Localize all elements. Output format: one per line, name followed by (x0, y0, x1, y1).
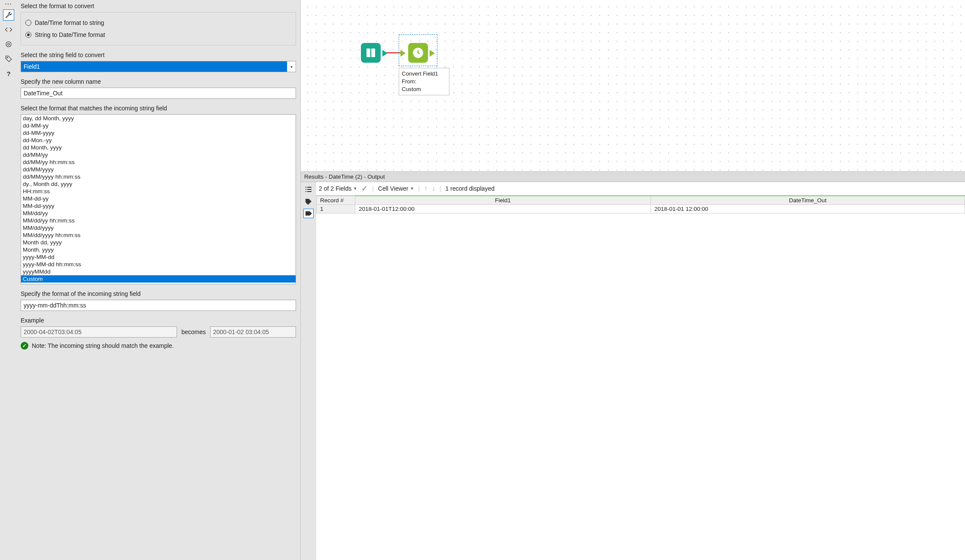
format-note: Note: The incoming string should match t… (32, 342, 174, 349)
drag-handle-icon: ••• (5, 3, 12, 6)
radio-label: String to Date/Time format (35, 31, 105, 38)
output-anchor-icon[interactable] (430, 50, 435, 57)
format-item[interactable]: yyyyMMdd (21, 268, 296, 275)
clock-icon (412, 46, 424, 59)
chevron-down-icon: ▼ (353, 186, 357, 191)
example-input-value (21, 326, 177, 338)
format-item[interactable]: MM/dd/yy (21, 210, 296, 217)
radio-label: Date/Time format to string (35, 19, 104, 26)
datetime-node-annotation[interactable]: Convert Field1 From: Custom (399, 68, 449, 95)
string-field-value: Field1 (23, 63, 41, 70)
format-item[interactable]: dd/MM/yyyy (21, 166, 296, 173)
results-grid[interactable]: Record # Field1 DateTime_Out 12018-01-01… (316, 195, 965, 213)
tag-view-icon[interactable] (303, 197, 314, 206)
configuration-panel: Select the format to convert Date/Time f… (17, 0, 301, 560)
results-toolbar: 2 of 2 Fields ▼ ✓ | Cell Viewer ▼ | ↑ ↓ … (316, 182, 965, 195)
svg-point-3 (373, 50, 374, 52)
datetime-tool-node[interactable] (408, 43, 428, 63)
code-icon[interactable] (3, 24, 14, 35)
convert-direction-radio-group: Date/Time format to string String to Dat… (21, 12, 296, 46)
format-item[interactable]: dd-MM-yyyy (21, 129, 296, 137)
cell-datetimeout: 2018-01-01 12:00:00 (651, 205, 965, 213)
format-list-label: Select the format that matches the incom… (21, 105, 296, 112)
radio-group-title: Select the format to convert (21, 3, 296, 9)
format-item[interactable]: Custom (21, 275, 296, 283)
format-item[interactable]: yyyy-MM-dd hh:mm:ss (21, 261, 296, 268)
cell-viewer-label: Cell Viewer (378, 185, 409, 192)
example-label: Example (21, 317, 296, 324)
text-input-tool-node[interactable] (361, 43, 381, 63)
cell-field1: 2018-01-01T12:00:00 (355, 205, 651, 213)
format-item[interactable]: day, dd Month, yyyy (21, 115, 296, 122)
output-anchor-icon[interactable] (382, 50, 388, 57)
radio-datetime-to-string[interactable]: Date/Time format to string (25, 17, 291, 29)
svg-point-0 (6, 42, 11, 47)
sort-desc-icon[interactable]: ↓ (432, 185, 435, 192)
results-side-toolbar (301, 182, 316, 560)
format-item[interactable]: dd Month, yyyy (21, 144, 296, 151)
custom-format-label: Specify the format of the incoming strin… (21, 290, 296, 297)
format-item[interactable]: dd/MM/yy hh:mm:ss (21, 158, 296, 166)
radio-icon (25, 20, 31, 26)
annotation-line: From: (402, 78, 446, 85)
wrench-icon[interactable] (3, 9, 14, 21)
svg-point-1 (8, 43, 10, 46)
format-item[interactable]: Month dd, yyyy (21, 239, 296, 246)
config-side-toolbar: ••• ? (0, 0, 17, 560)
annotation-line: Custom (402, 85, 446, 93)
output-view-icon[interactable] (303, 209, 314, 218)
svg-point-5 (373, 55, 374, 56)
sort-asc-icon[interactable]: ↑ (424, 185, 428, 192)
cell-recnum: 1 (317, 205, 355, 213)
format-item[interactable]: Month, yyyy (21, 246, 296, 253)
target-icon[interactable] (3, 39, 14, 50)
input-anchor-icon[interactable] (400, 50, 406, 57)
custom-format-input[interactable] (21, 300, 296, 311)
format-item[interactable]: yyyy-MM-dd (21, 253, 296, 261)
chevron-down-icon: ▼ (410, 186, 414, 191)
format-item[interactable]: MM/dd/yyyy hh:mm:ss (21, 231, 296, 239)
annotation-line: Convert Field1 (402, 70, 446, 78)
format-item[interactable]: HH:mm:ss (21, 188, 296, 195)
radio-string-to-datetime[interactable]: String to Date/Time format (25, 29, 291, 41)
fields-summary: 2 of 2 Fields (319, 185, 351, 192)
column-header-datetimeout[interactable]: DateTime_Out (651, 196, 965, 205)
radio-icon (25, 32, 31, 38)
help-icon[interactable]: ? (3, 68, 14, 79)
format-listbox[interactable]: day, dd Month, yyyydd-MM-yydd-MM-yyyydd-… (21, 114, 296, 284)
string-field-combo[interactable]: Field1 ▾ (21, 61, 296, 72)
format-item[interactable]: dd-Mon.-yy (21, 137, 296, 144)
table-row[interactable]: 12018-01-01T12:00:002018-01-01 12:00:00 (317, 205, 965, 213)
format-item[interactable]: MM/dd/yyyy (21, 224, 296, 231)
tag-icon[interactable] (3, 53, 14, 64)
connection-wire[interactable] (387, 52, 401, 53)
fields-dropdown[interactable]: 2 of 2 Fields ▼ (319, 185, 357, 192)
column-header-field1[interactable]: Field1 (355, 196, 651, 205)
chevron-down-icon: ▾ (287, 61, 296, 72)
string-field-label: Select the string field to convert (21, 52, 296, 58)
example-output-value (210, 326, 296, 338)
check-circle-icon: ✓ (21, 342, 28, 350)
cell-viewer-dropdown[interactable]: Cell Viewer ▼ (378, 185, 414, 192)
format-item[interactable]: MM-dd-yyyy (21, 202, 296, 210)
svg-point-2 (7, 57, 8, 58)
svg-point-4 (373, 52, 374, 54)
format-item[interactable]: dy., Month dd, yyyy (21, 180, 296, 188)
apply-check-icon[interactable]: ✓ (361, 184, 368, 193)
new-column-input[interactable] (21, 88, 296, 99)
becomes-label: becomes (181, 329, 206, 335)
format-item[interactable]: dd-MM-yy (21, 122, 296, 129)
format-item[interactable]: MM/dd/yy hh:mm:ss (21, 217, 296, 224)
list-view-icon[interactable] (303, 185, 314, 194)
new-column-label: Specify the new column name (21, 78, 296, 85)
format-item[interactable]: MM-dd-yy (21, 195, 296, 202)
column-header-recnum[interactable]: Record # (317, 196, 355, 205)
results-header: Results - DateTime (2) - Output (301, 172, 965, 182)
record-count-label: 1 record displayed (446, 185, 495, 192)
workflow-canvas[interactable]: Convert Field1 From: Custom (301, 0, 965, 172)
format-item[interactable]: dd/MM/yyyy hh:mm:ss (21, 173, 296, 180)
book-icon (364, 46, 377, 59)
format-item[interactable]: dd/MM/yy (21, 151, 296, 158)
